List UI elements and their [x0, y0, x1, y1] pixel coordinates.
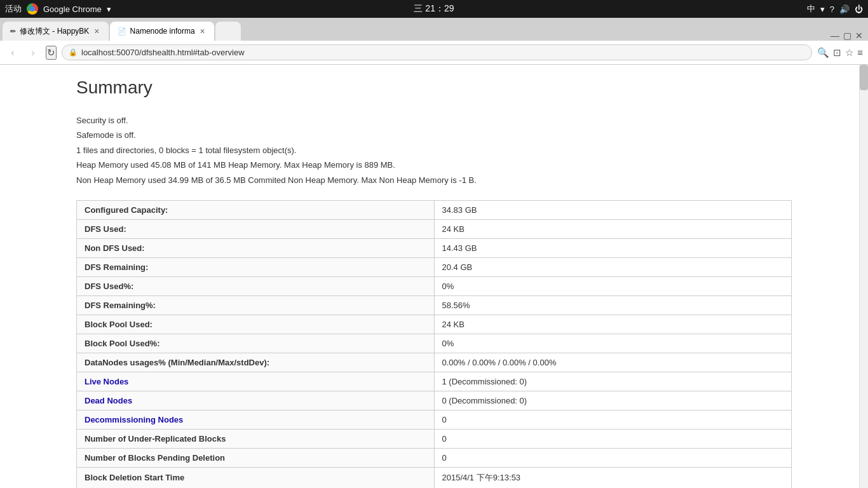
maximize-icon[interactable]: ▢: [843, 30, 851, 41]
table-value: 0%: [434, 334, 792, 353]
star-icon[interactable]: ☆: [845, 47, 853, 58]
table-value: 24 KB: [434, 219, 792, 238]
taskbar-dropdown-icon: ▾: [820, 4, 825, 14]
tab-happybk-close[interactable]: ×: [93, 27, 100, 36]
browser-name-label: Google Chrome: [43, 4, 102, 14]
scrollbar[interactable]: [859, 65, 868, 488]
table-label[interactable]: Decommissioning Nodes: [77, 410, 435, 429]
info-files: 1 files and directories, 0 blocks = 1 to…: [76, 143, 792, 158]
url-text: localhost:50070/dfshealth.html#tab-overv…: [81, 48, 245, 57]
tab-namenode-title: Namenode informa: [130, 27, 195, 36]
address-bar: ‹ › ↻ 🔒 localhost:50070/dfshealth.html#t…: [0, 41, 868, 65]
table-value: 1 (Decommissioned: 0): [434, 372, 792, 391]
table-row: Decommissioning Nodes0: [77, 410, 792, 429]
table-value: 58.56%: [434, 295, 792, 315]
close-window-icon[interactable]: ✕: [855, 30, 863, 41]
table-label[interactable]: Live Nodes: [77, 372, 435, 391]
search-icon[interactable]: 🔍: [817, 47, 829, 58]
table-value: 0: [434, 410, 792, 429]
tab-empty[interactable]: [215, 22, 241, 41]
table-row: DFS Used:24 KB: [77, 219, 792, 238]
table-label: DFS Remaining:: [77, 257, 435, 276]
table-label[interactable]: Dead Nodes: [77, 391, 435, 410]
table-value: 0%: [434, 276, 792, 295]
info-safemode: Safemode is off.: [76, 128, 792, 142]
info-heap: Heap Memory used 45.08 MB of 141 MB Heap…: [76, 158, 792, 172]
tab-namenode[interactable]: 📄 Namenode informa ×: [110, 22, 214, 41]
minimize-icon[interactable]: —: [831, 30, 839, 41]
scrollbar-thumb[interactable]: [860, 65, 868, 90]
table-label: Number of Blocks Pending Deletion: [77, 448, 435, 467]
table-label: DFS Remaining%:: [77, 295, 435, 315]
table-row: DataNodes usages% (Min/Median/Max/stdDev…: [77, 353, 792, 372]
table-row: Number of Under-Replicated Blocks0: [77, 429, 792, 448]
taskbar: 活动 Google Chrome ▾ 三 21：29 中 ▾ ? 🔊 ⏻: [0, 0, 868, 18]
page-content: Summary Security is off. Safemode is off…: [0, 65, 868, 488]
info-nonheap: Non Heap Memory used 34.99 MB of 36.5 MB…: [76, 173, 792, 187]
table-value: 0 (Decommissioned: 0): [434, 391, 792, 410]
table-row: Configured Capacity:34.83 GB: [77, 200, 792, 219]
table-label: Block Pool Used:: [77, 315, 435, 334]
table-row: Live Nodes1 (Decommissioned: 0): [77, 372, 792, 391]
table-row: Block Deletion Start Time2015/4/1 下午9:13…: [77, 467, 792, 488]
chrome-logo-icon: [27, 3, 38, 15]
table-value: 0: [434, 429, 792, 448]
table-value: 24 KB: [434, 315, 792, 334]
forward-button[interactable]: ›: [25, 47, 41, 58]
summary-info: Security is off. Safemode is off. 1 file…: [76, 113, 792, 187]
table-row: DFS Remaining:20.4 GB: [77, 257, 792, 276]
table-value: 20.4 GB: [434, 257, 792, 276]
table-row: Block Pool Used:24 KB: [77, 315, 792, 334]
table-value: 14.43 GB: [434, 238, 792, 257]
taskbar-right: 中 ▾ ? 🔊 ⏻: [807, 3, 863, 15]
back-button[interactable]: ‹: [5, 47, 20, 58]
table-label: Block Deletion Start Time: [77, 467, 435, 488]
table-value: 0.00% / 0.00% / 0.00% / 0.00%: [434, 353, 792, 372]
table-label: Block Pool Used%:: [77, 334, 435, 353]
table-value: 34.83 GB: [434, 200, 792, 219]
table-label: DFS Used:: [77, 219, 435, 238]
tab-edit-icon: ✏: [10, 27, 16, 36]
table-value: 2015/4/1 下午9:13:53: [434, 467, 792, 488]
tab-namenode-close[interactable]: ×: [199, 27, 207, 36]
summary-table: Configured Capacity:34.83 GBDFS Used:24 …: [76, 200, 792, 488]
url-input[interactable]: 🔒 localhost:50070/dfshealth.html#tab-ove…: [62, 44, 812, 60]
table-row: Block Pool Used%:0%: [77, 334, 792, 353]
taskbar-help-icon[interactable]: ?: [830, 4, 834, 14]
page-title: Summary: [76, 78, 792, 98]
address-right-icons: 🔍 ⊡ ☆ ≡: [817, 47, 863, 58]
reload-button[interactable]: ↻: [46, 46, 57, 60]
tab-doc-icon: 📄: [118, 27, 126, 36]
activity-label[interactable]: 活动: [5, 3, 22, 15]
table-label: Non DFS Used:: [77, 238, 435, 257]
taskbar-clock: 三 21：29: [414, 3, 454, 15]
taskbar-lang[interactable]: 中: [807, 3, 815, 15]
taskbar-left: 活动 Google Chrome ▾: [5, 3, 111, 15]
table-value: 0: [434, 448, 792, 467]
table-label: Number of Under-Replicated Blocks: [77, 429, 435, 448]
table-row: Dead Nodes0 (Decommissioned: 0): [77, 391, 792, 410]
table-label: DataNodes usages% (Min/Median/Max/stdDev…: [77, 353, 435, 372]
tab-happybk-title: 修改博文 - HappyBK: [20, 26, 89, 37]
table-row: Number of Blocks Pending Deletion0: [77, 448, 792, 467]
taskbar-volume-icon: 🔊: [839, 4, 850, 14]
table-row: DFS Used%:0%: [77, 276, 792, 295]
bookmark-manager-icon[interactable]: ⊡: [833, 47, 841, 58]
tab-happybk[interactable]: ✏ 修改博文 - HappyBK ×: [3, 22, 109, 41]
taskbar-power-icon: ⏻: [855, 4, 863, 14]
url-lock-icon: 🔒: [69, 48, 78, 57]
table-row: Non DFS Used:14.43 GB: [77, 238, 792, 257]
menu-icon[interactable]: ≡: [857, 47, 863, 58]
table-row: DFS Remaining%:58.56%: [77, 295, 792, 315]
dropdown-arrow-icon: ▾: [107, 4, 111, 14]
table-label: DFS Used%:: [77, 276, 435, 295]
browser-frame: ✏ 修改博文 - HappyBK × 📄 Namenode informa × …: [0, 18, 868, 65]
table-label: Configured Capacity:: [77, 200, 435, 219]
info-security: Security is off.: [76, 113, 792, 128]
